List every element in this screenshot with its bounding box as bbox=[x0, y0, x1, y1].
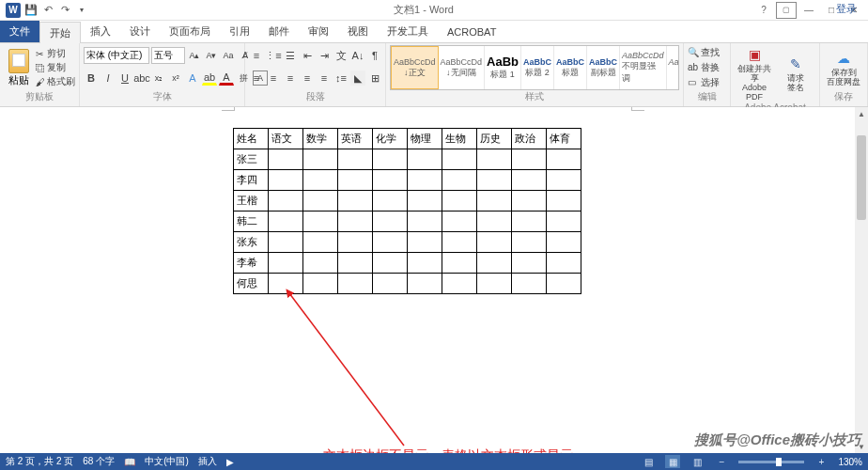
table-cell[interactable] bbox=[547, 274, 581, 294]
table-header-cell[interactable]: 化学 bbox=[373, 129, 408, 149]
table-cell[interactable]: 张东 bbox=[234, 232, 269, 253]
font-name-select[interactable] bbox=[84, 47, 149, 64]
style-item-1[interactable]: AaBbCcDd↓无间隔 bbox=[439, 46, 486, 89]
table-cell[interactable] bbox=[442, 253, 477, 274]
style-item-4[interactable]: AaBbC标题 bbox=[554, 46, 587, 89]
table-cell[interactable] bbox=[373, 232, 408, 253]
create-pdf-button[interactable]: ▣ 创建并共享Adobe PDF bbox=[735, 45, 774, 102]
table-cell[interactable] bbox=[512, 212, 547, 232]
sort-button[interactable]: A↓ bbox=[350, 48, 365, 63]
style-item-6[interactable]: AaBbCcDd不明显强调 bbox=[620, 46, 667, 89]
table-cell[interactable] bbox=[269, 232, 303, 253]
table-cell[interactable] bbox=[373, 253, 408, 274]
vertical-scrollbar[interactable]: ▲ ▼ bbox=[855, 107, 868, 453]
borders-button[interactable]: ⊞ bbox=[367, 70, 382, 86]
save-baidu-button[interactable]: ☁ 保存到百度网盘 bbox=[824, 49, 863, 87]
zoom-slider[interactable] bbox=[738, 461, 804, 463]
status-language[interactable]: 中文(中国) bbox=[145, 455, 189, 468]
table-cell[interactable] bbox=[303, 212, 338, 232]
table-cell[interactable]: 韩二 bbox=[234, 212, 269, 232]
table-cell[interactable] bbox=[373, 191, 408, 212]
table-cell[interactable] bbox=[338, 170, 373, 191]
italic-button[interactable]: I bbox=[101, 70, 116, 86]
table-cell[interactable]: 何思 bbox=[234, 274, 269, 294]
view-web-button[interactable]: ▥ bbox=[690, 455, 705, 468]
ribbon-options-icon[interactable]: ▢ bbox=[776, 2, 797, 19]
font-size-select[interactable] bbox=[151, 47, 185, 64]
table-header-cell[interactable]: 体育 bbox=[547, 129, 581, 149]
cut-button[interactable]: ✂剪切 bbox=[36, 47, 75, 60]
tab-acrobat[interactable]: ACROBAT bbox=[438, 21, 505, 42]
tab-file[interactable]: 文件 bbox=[0, 21, 39, 42]
font-color-button[interactable]: A bbox=[219, 70, 234, 86]
styles-gallery[interactable]: AaBbCcDd↓正文AaBbCcDd↓无间隔AaBb标题 1AaBbC标题 2… bbox=[390, 45, 679, 90]
qat-customize-icon[interactable]: ▾ bbox=[75, 4, 88, 17]
table-cell[interactable] bbox=[269, 149, 303, 170]
table-cell[interactable]: 张三 bbox=[234, 149, 269, 170]
table-cell[interactable] bbox=[547, 149, 581, 170]
style-item-5[interactable]: AaBbC副标题 bbox=[587, 46, 620, 89]
table-cell[interactable] bbox=[303, 170, 338, 191]
status-page[interactable]: 第 2 页，共 2 页 bbox=[6, 455, 73, 468]
save-icon[interactable]: 💾 bbox=[24, 4, 38, 17]
table-cell[interactable] bbox=[338, 191, 373, 212]
line-spacing-button[interactable]: ↕≡ bbox=[333, 70, 349, 86]
tab-developer[interactable]: 开发工具 bbox=[378, 21, 438, 42]
table-cell[interactable] bbox=[303, 253, 338, 274]
status-proofing-icon[interactable]: 📖 bbox=[124, 457, 135, 467]
tab-review[interactable]: 审阅 bbox=[299, 21, 338, 42]
format-painter-button[interactable]: 🖌格式刷 bbox=[36, 75, 75, 88]
table-header-cell[interactable]: 数学 bbox=[303, 129, 338, 149]
tab-mailings[interactable]: 邮件 bbox=[259, 21, 299, 42]
text-effects-button[interactable]: A bbox=[185, 70, 200, 86]
distributed-button[interactable]: ≡ bbox=[317, 70, 332, 86]
table-cell[interactable] bbox=[512, 170, 547, 191]
help-icon[interactable]: ? bbox=[753, 2, 774, 19]
table-header-cell[interactable]: 语文 bbox=[269, 129, 303, 149]
table-cell[interactable] bbox=[408, 170, 442, 191]
superscript-button[interactable]: x² bbox=[168, 70, 183, 86]
table-cell[interactable] bbox=[512, 149, 547, 170]
bold-button[interactable]: B bbox=[84, 70, 99, 86]
table-cell[interactable] bbox=[442, 149, 477, 170]
tab-design[interactable]: 设计 bbox=[120, 21, 160, 42]
replace-button[interactable]: ab替换 bbox=[688, 60, 720, 75]
change-case-button[interactable]: Aa bbox=[221, 48, 236, 63]
style-item-7[interactable]: AaBbCcDd强调 bbox=[667, 46, 679, 89]
tab-view[interactable]: 视图 bbox=[338, 21, 378, 42]
view-read-button[interactable]: ▤ bbox=[641, 455, 656, 468]
scroll-up-icon[interactable]: ▲ bbox=[855, 107, 868, 120]
view-print-button[interactable]: ▦ bbox=[665, 455, 680, 468]
minimize-icon[interactable]: — bbox=[798, 2, 819, 19]
table-cell[interactable] bbox=[477, 212, 512, 232]
show-marks-button[interactable]: ¶ bbox=[367, 48, 382, 63]
table-cell[interactable] bbox=[442, 170, 477, 191]
table-cell[interactable] bbox=[512, 232, 547, 253]
multilevel-button[interactable]: ☰ bbox=[283, 48, 298, 63]
justify-button[interactable]: ≡ bbox=[300, 70, 315, 86]
table-cell[interactable] bbox=[373, 170, 408, 191]
status-macro-icon[interactable]: ▶ bbox=[226, 457, 234, 467]
style-item-2[interactable]: AaBb标题 1 bbox=[485, 46, 521, 89]
zoom-level[interactable]: 130% bbox=[838, 457, 862, 467]
table-cell[interactable]: 李四 bbox=[234, 170, 269, 191]
request-sign-button[interactable]: ✎ 请求签名 bbox=[776, 55, 815, 93]
align-right-button[interactable]: ≡ bbox=[283, 70, 298, 86]
shrink-font-button[interactable]: A▾ bbox=[204, 48, 219, 63]
table-cell[interactable] bbox=[547, 253, 581, 274]
select-button[interactable]: ▭选择 bbox=[688, 75, 720, 90]
zoom-out-button[interactable]: − bbox=[714, 455, 729, 468]
align-center-button[interactable]: ≡ bbox=[266, 70, 281, 86]
table-cell[interactable] bbox=[303, 191, 338, 212]
table-header-cell[interactable]: 生物 bbox=[442, 129, 477, 149]
table-cell[interactable] bbox=[547, 191, 581, 212]
copy-button[interactable]: ⿻复制 bbox=[36, 61, 75, 74]
table-cell[interactable] bbox=[373, 149, 408, 170]
grow-font-button[interactable]: A▴ bbox=[187, 48, 202, 63]
table-cell[interactable] bbox=[408, 232, 442, 253]
table-cell[interactable] bbox=[303, 149, 338, 170]
numbering-button[interactable]: ⋮≡ bbox=[266, 48, 281, 63]
asian-layout-button[interactable]: 文 bbox=[333, 48, 349, 63]
style-item-3[interactable]: AaBbC标题 2 bbox=[521, 46, 554, 89]
table-cell[interactable] bbox=[269, 191, 303, 212]
